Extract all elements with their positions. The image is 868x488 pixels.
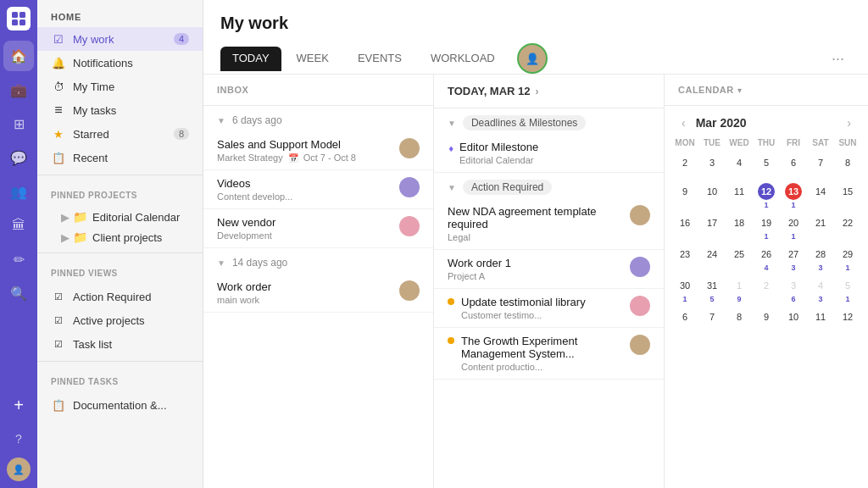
calendar-day-5-6[interactable]: 12 <box>834 307 861 334</box>
calendar-day-3-0[interactable]: 23 <box>671 244 698 274</box>
tab-week[interactable]: WEEK <box>283 45 342 73</box>
svg-rect-1 <box>19 12 25 18</box>
calendar-day-4-3[interactable]: 2 <box>753 275 780 305</box>
task-new-vendor[interactable]: New vendor Development <box>203 209 433 248</box>
calendar-prev-btn[interactable]: ‹ <box>678 114 689 131</box>
calendar-day-3-4[interactable]: 273 <box>780 244 807 274</box>
task-work-order[interactable]: Work order main work <box>203 274 433 313</box>
calendar-icon: 📅 <box>288 153 298 163</box>
tab-workload[interactable]: WORKLOAD <box>417 45 509 73</box>
starred-icon: ★ <box>51 126 66 141</box>
calendar-day-2-3[interactable]: 191 <box>753 213 780 242</box>
action-required-section-header[interactable]: ▼ Action Required <box>434 173 664 198</box>
sidebar-item-starred[interactable]: ★ Starred 8 <box>37 122 203 146</box>
calendar-day-2-1[interactable]: 17 <box>698 213 726 242</box>
calendar-day-1-6[interactable]: 15 <box>834 181 861 211</box>
sidebar-item-client-projects[interactable]: ▶ 📁 Client projects <box>37 227 203 247</box>
more-options-button[interactable]: ··· <box>825 47 851 71</box>
add-icon-btn[interactable]: + <box>3 390 34 420</box>
calendar-day-0-5[interactable]: 7 <box>807 152 834 180</box>
help-icon-btn[interactable]: ? <box>3 424 34 454</box>
sidebar-item-my-tasks[interactable]: ≡ My tasks <box>37 98 203 122</box>
expand-icon: ▶ <box>61 211 70 224</box>
task-editor-milestone[interactable]: ⬧ Editor Milestone Editorial Calendar <box>434 134 664 173</box>
search-icon-btn[interactable]: 🔍 <box>3 278 34 308</box>
action-required-label: Action Required <box>73 291 152 303</box>
task-videos[interactable]: Videos Content develop... <box>203 170 433 209</box>
avatar-tab[interactable]: 👤 <box>517 43 548 74</box>
calendar-day-1-1[interactable]: 10 <box>698 181 726 211</box>
calendar-day-2-4[interactable]: 201 <box>780 213 807 242</box>
task-work-order-1[interactable]: Work order 1 Project A <box>434 250 664 289</box>
dashboard-icon-btn[interactable]: ⊞ <box>3 108 34 139</box>
calendar-day-3-5[interactable]: 283 <box>807 244 834 274</box>
group-6-days[interactable]: ▼ 6 days ago <box>203 106 433 131</box>
user-avatar[interactable]: 👤 <box>7 458 31 481</box>
task-avatar <box>399 280 420 301</box>
sidebar-item-documentation[interactable]: 📋 Documentation &... <box>37 393 203 417</box>
draw-icon-btn[interactable]: ✏ <box>3 244 34 274</box>
calendar-day-0-1[interactable]: 3 <box>698 152 726 180</box>
calendar-day-0-0[interactable]: 2 <box>671 152 698 180</box>
calendar-day-0-4[interactable]: 6 <box>780 152 807 180</box>
users-icon-btn[interactable]: 👥 <box>3 176 34 207</box>
home-icon-btn[interactable]: 🏠 <box>3 41 34 71</box>
calendar-day-3-6[interactable]: 291 <box>834 244 861 274</box>
sidebar-item-action-required[interactable]: ☑ Action Required <box>37 285 203 308</box>
tab-today[interactable]: TODAY <box>220 47 281 71</box>
calendar-day-2-2[interactable]: 18 <box>726 213 753 242</box>
calendar-day-4-2[interactable]: 19 <box>726 275 753 305</box>
app-logo[interactable] <box>7 7 31 30</box>
calendar-day-1-2[interactable]: 11 <box>726 181 753 211</box>
calendar-day-1-4[interactable]: 131 <box>780 181 807 211</box>
notifications-label: Notifications <box>73 57 133 69</box>
sidebar-item-task-list[interactable]: ☑ Task list <box>37 332 203 356</box>
group-14-days[interactable]: ▼ 14 days ago <box>203 248 433 274</box>
calendar-day-4-4[interactable]: 36 <box>780 275 807 305</box>
calendar-day-5-1[interactable]: 7 <box>698 307 726 334</box>
calendar-day-5-0[interactable]: 6 <box>671 307 698 334</box>
tab-events[interactable]: EVENTS <box>344 45 415 73</box>
calendar-day-5-3[interactable]: 9 <box>753 307 780 334</box>
building-icon-btn[interactable]: 🏛 <box>3 210 34 241</box>
sidebar-item-editorial-calendar[interactable]: ▶ 📁 Editorial Calendar <box>37 207 203 227</box>
calendar-day-1-3[interactable]: 121 <box>753 181 780 211</box>
sidebar-item-active-projects[interactable]: ☑ Active projects <box>37 308 203 332</box>
calendar-dot: 3 <box>818 263 822 272</box>
main-tabs: TODAY WEEK EVENTS WORKLOAD 👤 ··· <box>220 43 851 74</box>
calendar-day-3-2[interactable]: 25 <box>726 244 753 274</box>
my-work-label: My work <box>73 33 114 46</box>
my-work-icon: ☑ <box>51 31 66 47</box>
calendar-next-btn[interactable]: › <box>843 114 854 131</box>
task-sales-support[interactable]: Sales and Support Model Market Strategy … <box>203 131 433 170</box>
calendar-day-2-0[interactable]: 16 <box>671 213 698 242</box>
sidebar-item-notifications[interactable]: 🔔 Notifications <box>37 51 203 75</box>
calendar-day-5-2[interactable]: 8 <box>726 307 753 334</box>
calendar-day-4-0[interactable]: 301 <box>671 275 698 305</box>
calendar-day-5-5[interactable]: 11 <box>807 307 834 334</box>
calendar-day-5-4[interactable]: 10 <box>780 307 807 334</box>
calendar-day-3-1[interactable]: 24 <box>698 244 726 274</box>
task-update-testimonial[interactable]: Update testimonial library Customer test… <box>434 289 664 328</box>
calendar-day-0-3[interactable]: 5 <box>753 152 780 180</box>
calendar-day-2-5[interactable]: 21 <box>807 213 834 242</box>
calendar-day-0-2[interactable]: 4 <box>726 152 753 180</box>
calendar-day-4-6[interactable]: 51 <box>834 275 861 305</box>
calendar-day-4-1[interactable]: 315 <box>698 275 726 305</box>
calendar-dropdown-icon[interactable]: ▾ <box>737 86 742 95</box>
task-growth-experiment[interactable]: The Growth Experiment Management System.… <box>434 328 664 380</box>
sidebar-item-my-time[interactable]: ⏱ My Time <box>37 75 203 98</box>
calendar-day-2-6[interactable]: 22 <box>834 213 861 242</box>
deadlines-section-header[interactable]: ▼ Deadlines & Milestones <box>434 108 664 134</box>
calendar-dot: 3 <box>818 295 822 303</box>
briefcase-icon-btn[interactable]: 💼 <box>3 75 34 105</box>
calendar-day-3-3[interactable]: 264 <box>753 244 780 274</box>
sidebar-item-recent[interactable]: 📋 Recent <box>37 146 203 169</box>
chat-icon-btn[interactable]: 💬 <box>3 142 34 173</box>
calendar-day-0-6[interactable]: 8 <box>834 152 861 180</box>
calendar-day-4-5[interactable]: 43 <box>807 275 834 305</box>
calendar-day-1-5[interactable]: 14 <box>807 181 834 211</box>
calendar-day-1-0[interactable]: 9 <box>671 181 698 211</box>
sidebar-item-my-work[interactable]: ☑ My work 4 <box>37 27 203 51</box>
task-new-nda[interactable]: New NDA agreement template required Lega… <box>434 198 664 250</box>
